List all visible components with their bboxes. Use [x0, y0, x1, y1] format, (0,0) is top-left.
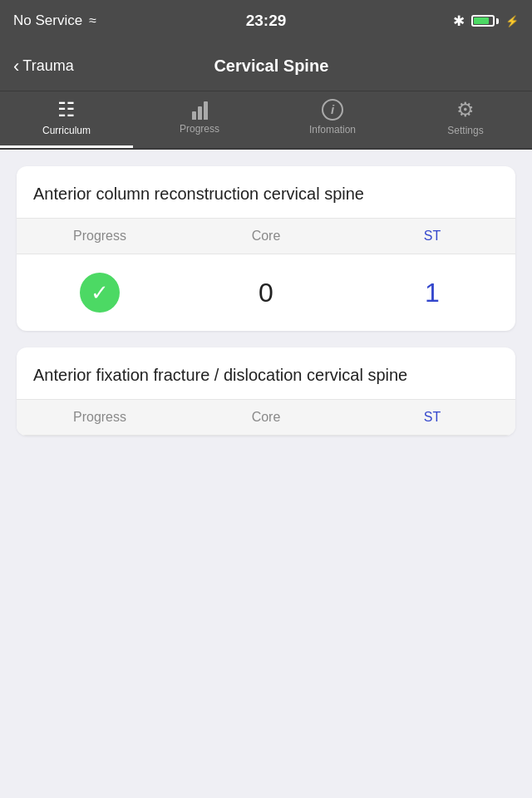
battery-tip [496, 18, 499, 24]
card-2-title: Anterior fixation fracture / dislocation… [17, 347, 515, 400]
header-core-2: Core [183, 410, 349, 425]
bluetooth-icon: ✱ [453, 12, 465, 30]
tab-settings-label: Settings [447, 125, 483, 136]
cell-progress-1: ✓ [17, 273, 183, 313]
carrier-label: No Service [13, 12, 82, 29]
table-row: ✓ 0 1 [17, 254, 515, 331]
check-circle-icon: ✓ [80, 273, 120, 313]
card-2-header: Progress Core ST [17, 400, 515, 436]
information-icon: i [322, 99, 343, 121]
tab-settings[interactable]: ⚙ Settings [399, 91, 532, 148]
tab-information-label: Infomation [309, 124, 356, 135]
card-1-header: Progress Core ST [17, 219, 515, 254]
cell-core-1: 0 [183, 278, 349, 308]
cell-st-1: 1 [349, 278, 515, 308]
tab-curriculum-label: Curriculum [42, 125, 91, 136]
card-2: Anterior fixation fracture / dislocation… [17, 347, 515, 436]
header-progress-2: Progress [17, 410, 183, 425]
back-button[interactable]: ‹ Trauma [13, 57, 74, 76]
battery-fill [474, 17, 489, 24]
content-area: Anterior column reconstruction cervical … [0, 150, 532, 452]
nav-bar: ‹ Trauma Cervical Spine [0, 42, 532, 91]
charging-icon: ⚡ [505, 15, 519, 27]
progress-icon [192, 100, 208, 120]
tab-information[interactable]: i Infomation [266, 91, 399, 148]
back-chevron-icon: ‹ [13, 57, 19, 76]
checkmark-icon: ✓ [91, 282, 109, 303]
status-bar: No Service ≈ 23:29 ✱ ⚡ [0, 0, 532, 42]
header-st-1: ST [349, 229, 515, 244]
status-left: No Service ≈ [13, 12, 146, 29]
status-time: 23:29 [146, 12, 386, 30]
tab-progress-label: Progress [180, 123, 219, 135]
back-label: Trauma [22, 57, 73, 75]
tab-bar: ☷ Curriculum Progress i Infomation ⚙ Set… [0, 91, 532, 150]
header-progress-1: Progress [17, 229, 183, 244]
nav-title: Cervical Spine [74, 57, 469, 76]
tab-curriculum[interactable]: ☷ Curriculum [0, 91, 133, 148]
status-right: ✱ ⚡ [386, 12, 519, 30]
battery-indicator [471, 15, 499, 27]
tab-progress[interactable]: Progress [133, 91, 266, 148]
card-1-title: Anterior column reconstruction cervical … [17, 166, 515, 219]
curriculum-icon: ☷ [57, 98, 76, 121]
card-1: Anterior column reconstruction cervical … [17, 166, 515, 331]
battery-body [471, 15, 495, 27]
header-st-2: ST [349, 410, 515, 425]
header-core-1: Core [183, 229, 349, 244]
gear-icon: ⚙ [456, 98, 475, 121]
wifi-icon: ≈ [89, 13, 96, 28]
